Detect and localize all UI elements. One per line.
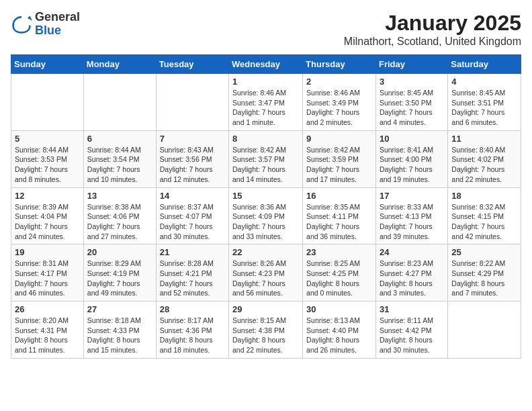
calendar-cell <box>448 302 521 359</box>
day-info: Sunrise: 8:36 AMSunset: 4:09 PMDaylight:… <box>232 202 299 242</box>
day-info: Sunrise: 8:39 AMSunset: 4:04 PMDaylight:… <box>15 202 80 242</box>
location: Milnathort, Scotland, United Kingdom <box>344 36 521 48</box>
day-number: 25 <box>451 247 517 257</box>
calendar-cell: 1Sunrise: 8:46 AMSunset: 3:47 PMDaylight… <box>229 74 303 131</box>
calendar-cell: 29Sunrise: 8:15 AMSunset: 4:38 PMDayligh… <box>229 302 303 359</box>
day-number: 26 <box>15 304 80 314</box>
day-info: Sunrise: 8:25 AMSunset: 4:25 PMDaylight:… <box>306 259 372 298</box>
day-number: 30 <box>306 304 372 314</box>
day-number: 16 <box>306 191 372 201</box>
day-info: Sunrise: 8:11 AMSunset: 4:42 PMDaylight:… <box>380 316 444 355</box>
calendar-cell: 26Sunrise: 8:20 AMSunset: 4:31 PMDayligh… <box>11 302 84 359</box>
day-number: 18 <box>451 191 517 201</box>
day-number: 23 <box>306 247 372 257</box>
calendar-cell: 14Sunrise: 8:37 AMSunset: 4:07 PMDayligh… <box>156 187 228 244</box>
day-info: Sunrise: 8:45 AMSunset: 3:51 PMDaylight:… <box>451 88 517 128</box>
month-title: January 2025 <box>344 11 521 36</box>
day-number: 20 <box>87 247 152 257</box>
day-info: Sunrise: 8:26 AMSunset: 4:23 PMDaylight:… <box>232 259 299 298</box>
day-number: 28 <box>160 304 225 314</box>
calendar-cell: 16Sunrise: 8:35 AMSunset: 4:11 PMDayligh… <box>303 187 376 244</box>
calendar-cell: 3Sunrise: 8:45 AMSunset: 3:50 PMDaylight… <box>375 74 447 131</box>
day-number: 1 <box>232 77 299 87</box>
calendar-table: SundayMondayTuesdayWednesdayThursdayFrid… <box>11 54 521 359</box>
calendar-cell: 30Sunrise: 8:13 AMSunset: 4:40 PMDayligh… <box>303 302 376 359</box>
day-number: 17 <box>380 191 444 201</box>
calendar-cell: 31Sunrise: 8:11 AMSunset: 4:42 PMDayligh… <box>375 302 447 359</box>
day-info: Sunrise: 8:20 AMSunset: 4:31 PMDaylight:… <box>15 316 80 355</box>
calendar-cell: 12Sunrise: 8:39 AMSunset: 4:04 PMDayligh… <box>11 187 84 244</box>
day-number: 24 <box>380 247 444 257</box>
calendar-cell: 7Sunrise: 8:43 AMSunset: 3:56 PMDaylight… <box>156 130 228 187</box>
calendar-week-row: 12Sunrise: 8:39 AMSunset: 4:04 PMDayligh… <box>11 187 521 244</box>
day-info: Sunrise: 8:46 AMSunset: 3:47 PMDaylight:… <box>232 88 299 128</box>
calendar-week-row: 5Sunrise: 8:44 AMSunset: 3:53 PMDaylight… <box>11 130 521 187</box>
day-number: 21 <box>160 247 225 257</box>
calendar-header-tuesday: Tuesday <box>156 55 228 74</box>
day-info: Sunrise: 8:17 AMSunset: 4:36 PMDaylight:… <box>160 316 225 355</box>
day-number: 5 <box>15 134 80 144</box>
calendar-week-row: 19Sunrise: 8:31 AMSunset: 4:17 PMDayligh… <box>11 244 521 302</box>
calendar-cell: 24Sunrise: 8:23 AMSunset: 4:27 PMDayligh… <box>375 244 447 302</box>
day-info: Sunrise: 8:37 AMSunset: 4:07 PMDaylight:… <box>160 202 225 242</box>
calendar-header-thursday: Thursday <box>303 55 376 74</box>
calendar-cell: 6Sunrise: 8:44 AMSunset: 3:54 PMDaylight… <box>83 130 156 187</box>
calendar-cell: 2Sunrise: 8:46 AMSunset: 3:49 PMDaylight… <box>303 74 376 131</box>
day-number: 2 <box>306 77 372 87</box>
day-info: Sunrise: 8:35 AMSunset: 4:11 PMDaylight:… <box>306 202 372 242</box>
calendar-cell: 5Sunrise: 8:44 AMSunset: 3:53 PMDaylight… <box>11 130 84 187</box>
logo-blue: Blue <box>35 24 80 38</box>
day-info: Sunrise: 8:44 AMSunset: 3:53 PMDaylight:… <box>15 145 80 185</box>
day-number: 9 <box>306 134 372 144</box>
calendar-cell: 8Sunrise: 8:42 AMSunset: 3:57 PMDaylight… <box>229 130 303 187</box>
calendar-cell: 11Sunrise: 8:40 AMSunset: 4:02 PMDayligh… <box>448 130 521 187</box>
day-info: Sunrise: 8:38 AMSunset: 4:06 PMDaylight:… <box>87 202 152 242</box>
calendar-cell: 13Sunrise: 8:38 AMSunset: 4:06 PMDayligh… <box>83 187 156 244</box>
calendar-cell <box>11 74 84 131</box>
day-number: 15 <box>232 191 299 201</box>
calendar-week-row: 26Sunrise: 8:20 AMSunset: 4:31 PMDayligh… <box>11 302 521 359</box>
day-number: 29 <box>232 304 299 314</box>
day-number: 31 <box>380 304 444 314</box>
calendar-cell: 27Sunrise: 8:18 AMSunset: 4:33 PMDayligh… <box>83 302 156 359</box>
day-info: Sunrise: 8:13 AMSunset: 4:40 PMDaylight:… <box>306 316 372 355</box>
calendar-header-sunday: Sunday <box>11 55 84 74</box>
calendar-header-monday: Monday <box>83 55 156 74</box>
day-number: 19 <box>15 247 80 257</box>
day-number: 22 <box>232 247 299 257</box>
day-info: Sunrise: 8:31 AMSunset: 4:17 PMDaylight:… <box>15 259 80 298</box>
calendar-cell: 4Sunrise: 8:45 AMSunset: 3:51 PMDaylight… <box>448 74 521 131</box>
calendar-cell <box>156 74 228 131</box>
logo-icon <box>11 13 32 35</box>
day-info: Sunrise: 8:28 AMSunset: 4:21 PMDaylight:… <box>160 259 225 298</box>
calendar-header-wednesday: Wednesday <box>229 55 303 74</box>
day-info: Sunrise: 8:33 AMSunset: 4:13 PMDaylight:… <box>380 202 444 242</box>
calendar-cell <box>83 74 156 131</box>
day-number: 3 <box>380 77 444 87</box>
calendar-cell: 18Sunrise: 8:32 AMSunset: 4:15 PMDayligh… <box>448 187 521 244</box>
day-number: 7 <box>160 134 225 144</box>
calendar-cell: 21Sunrise: 8:28 AMSunset: 4:21 PMDayligh… <box>156 244 228 302</box>
day-info: Sunrise: 8:42 AMSunset: 3:59 PMDaylight:… <box>306 145 372 185</box>
day-info: Sunrise: 8:23 AMSunset: 4:27 PMDaylight:… <box>380 259 444 298</box>
calendar-cell: 28Sunrise: 8:17 AMSunset: 4:36 PMDayligh… <box>156 302 228 359</box>
page-header: General Blue January 2025 Milnathort, Sc… <box>11 11 521 48</box>
calendar-cell: 19Sunrise: 8:31 AMSunset: 4:17 PMDayligh… <box>11 244 84 302</box>
day-info: Sunrise: 8:41 AMSunset: 4:00 PMDaylight:… <box>380 145 444 185</box>
day-info: Sunrise: 8:40 AMSunset: 4:02 PMDaylight:… <box>451 145 517 185</box>
calendar-header-saturday: Saturday <box>448 55 521 74</box>
day-info: Sunrise: 8:22 AMSunset: 4:29 PMDaylight:… <box>451 259 517 298</box>
day-info: Sunrise: 8:42 AMSunset: 3:57 PMDaylight:… <box>232 145 299 185</box>
calendar-header-row: SundayMondayTuesdayWednesdayThursdayFrid… <box>11 55 521 74</box>
day-info: Sunrise: 8:46 AMSunset: 3:49 PMDaylight:… <box>306 88 372 128</box>
calendar-cell: 23Sunrise: 8:25 AMSunset: 4:25 PMDayligh… <box>303 244 376 302</box>
day-number: 12 <box>15 191 80 201</box>
title-section: January 2025 Milnathort, Scotland, Unite… <box>344 11 521 48</box>
day-info: Sunrise: 8:44 AMSunset: 3:54 PMDaylight:… <box>87 145 152 185</box>
day-number: 6 <box>87 134 152 144</box>
day-info: Sunrise: 8:18 AMSunset: 4:33 PMDaylight:… <box>87 316 152 355</box>
calendar-week-row: 1Sunrise: 8:46 AMSunset: 3:47 PMDaylight… <box>11 74 521 131</box>
day-number: 14 <box>160 191 225 201</box>
calendar-cell: 10Sunrise: 8:41 AMSunset: 4:00 PMDayligh… <box>375 130 447 187</box>
day-info: Sunrise: 8:43 AMSunset: 3:56 PMDaylight:… <box>160 145 225 185</box>
